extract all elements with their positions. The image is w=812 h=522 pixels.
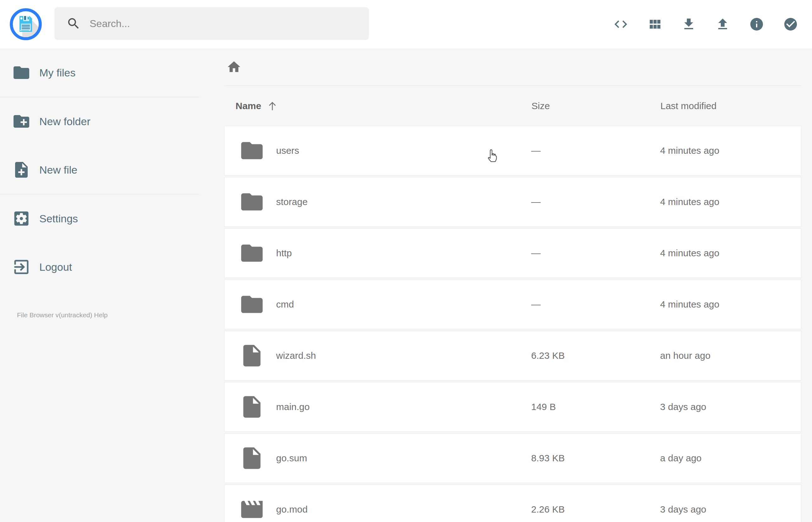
check-icon (783, 17, 798, 32)
file-modified: an hour ago (660, 350, 801, 361)
search-bar[interactable] (55, 7, 369, 40)
file-row-wizard-sh[interactable]: wizard.sh 6.23 KB an hour ago (224, 331, 801, 381)
file-icon (239, 343, 265, 368)
file-size: — (531, 145, 660, 156)
logout-icon (12, 258, 31, 276)
app-body: My files New folder New file Settings Lo… (0, 48, 812, 522)
newfile-icon (12, 160, 31, 179)
newfolder-icon (12, 112, 31, 131)
header (0, 0, 812, 48)
column-header-size[interactable]: Size (531, 101, 661, 111)
file-name-cell: main.go (225, 394, 531, 420)
sidebar-item-settings[interactable]: Settings (0, 194, 206, 243)
search-input[interactable] (89, 18, 354, 29)
sidebar-item-new-file[interactable]: New file (0, 146, 206, 194)
file-row-http[interactable]: http — 4 minutes ago (224, 228, 801, 278)
code-icon (613, 17, 628, 32)
version-link[interactable]: File Browser v(untracked) (17, 310, 92, 320)
file-name-cell: cmd (225, 292, 531, 317)
sidebar-nav: My files New folder New file Settings Lo… (0, 48, 206, 291)
file-name-cell: users (225, 138, 531, 163)
download-icon (681, 17, 696, 32)
file-modified: 4 minutes ago (660, 248, 801, 259)
column-header-name[interactable]: Name (224, 100, 531, 112)
file-modified: 4 minutes ago (660, 145, 801, 156)
sidebar-item-label: Logout (39, 261, 72, 273)
file-name-cell: go.mod (225, 497, 531, 522)
select-multiple-button[interactable] (783, 17, 798, 32)
header-actions (613, 17, 798, 32)
file-name: cmd (276, 299, 294, 310)
folder-icon (12, 63, 31, 82)
filebrowser-app: My files New folder New file Settings Lo… (0, 0, 812, 522)
sort-ascending-icon (266, 100, 278, 112)
grid-icon (647, 17, 662, 32)
sidebar-item-label: Settings (39, 213, 78, 225)
file-list: users — 4 minutes ago storage — 4 minute… (224, 126, 801, 522)
file-name-cell: go.sum (225, 445, 531, 471)
file-name: users (276, 145, 299, 156)
file-modified: 4 minutes ago (660, 299, 801, 310)
sidebar-item-label: New file (39, 164, 77, 176)
upload-button[interactable] (715, 17, 730, 32)
file-size: — (531, 248, 660, 259)
sidebar: My files New folder New file Settings Lo… (0, 48, 206, 522)
sidebar-item-label: New folder (39, 115, 90, 128)
switch-view-button[interactable] (647, 17, 662, 32)
movie-icon (239, 497, 265, 522)
listing-header: Name Size Last modified (224, 86, 801, 126)
column-name-label: Name (236, 101, 261, 111)
file-icon (239, 394, 265, 420)
file-row-go-mod[interactable]: go.mod 2.26 KB 3 days ago (224, 485, 801, 522)
folder-icon (239, 189, 265, 215)
file-size: 2.26 KB (531, 504, 660, 515)
file-row-users[interactable]: users — 4 minutes ago (224, 126, 801, 176)
file-modified: 3 days ago (660, 402, 801, 412)
file-icon (239, 445, 265, 471)
folder-icon (239, 240, 265, 266)
home-button[interactable] (226, 59, 242, 75)
file-row-go-sum[interactable]: go.sum 8.93 KB a day ago (224, 433, 801, 483)
info-icon (749, 17, 764, 32)
folder-icon (239, 138, 265, 163)
file-name-cell: wizard.sh (225, 343, 531, 368)
file-name: go.mod (276, 504, 308, 515)
download-button[interactable] (681, 17, 696, 32)
home-icon (226, 59, 242, 75)
column-header-modified[interactable]: Last modified (661, 101, 801, 111)
file-modified: 4 minutes ago (660, 197, 801, 207)
file-modified: 3 days ago (660, 504, 801, 515)
file-name-cell: http (225, 240, 531, 266)
file-name: http (276, 248, 292, 259)
file-size: 6.23 KB (531, 350, 660, 361)
settings-icon (12, 209, 31, 228)
help-link[interactable]: Help (94, 310, 107, 320)
file-row-main-go[interactable]: main.go 149 B 3 days ago (224, 382, 801, 432)
file-size: 149 B (531, 402, 660, 412)
main-content: Name Size Last modified users — 4 minute… (206, 48, 812, 522)
search-icon (66, 16, 81, 31)
sidebar-credits: File Browser v(untracked) Help (0, 310, 206, 320)
file-modified: a day ago (660, 453, 801, 463)
app-logo[interactable] (9, 8, 42, 41)
breadcrumb (224, 48, 801, 86)
shell-button[interactable] (613, 17, 628, 32)
file-size: — (531, 197, 660, 207)
info-button[interactable] (749, 17, 764, 32)
file-size: 8.93 KB (531, 453, 660, 463)
folder-icon (239, 292, 265, 317)
file-name: storage (276, 197, 308, 207)
upload-icon (715, 17, 730, 32)
file-size: — (531, 299, 660, 310)
sidebar-item-new-folder[interactable]: New folder (0, 97, 206, 146)
filebrowser-logo-icon (9, 8, 42, 41)
file-name: wizard.sh (276, 350, 316, 361)
sidebar-item-logout[interactable]: Logout (0, 243, 206, 291)
sidebar-item-my-files[interactable]: My files (0, 48, 206, 97)
sidebar-item-label: My files (39, 67, 76, 79)
file-name: main.go (276, 402, 310, 412)
file-row-cmd[interactable]: cmd — 4 minutes ago (224, 280, 801, 329)
file-row-storage[interactable]: storage — 4 minutes ago (224, 177, 801, 227)
file-name-cell: storage (225, 189, 531, 215)
file-name: go.sum (276, 453, 307, 463)
